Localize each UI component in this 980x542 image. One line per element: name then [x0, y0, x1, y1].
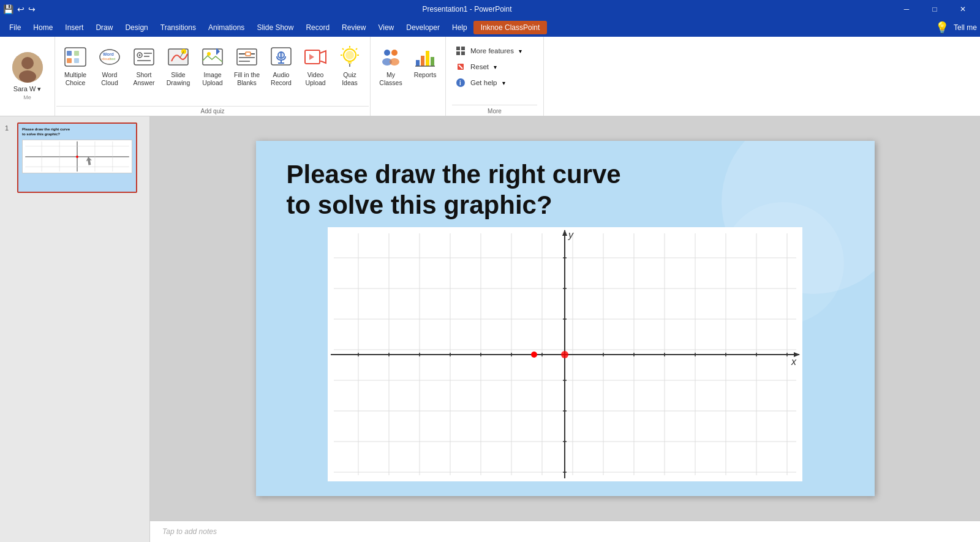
svg-marker-38 [309, 54, 314, 60]
get-help-chevron: ▾ [502, 80, 505, 86]
menu-draw[interactable]: Draw [89, 21, 119, 34]
svg-text:Word: Word [103, 52, 114, 56]
short-answer-icon [132, 45, 156, 69]
short-answer-btn[interactable]: ShortAnswer [127, 42, 160, 89]
user-section[interactable]: Sara W ▾ Me [0, 37, 55, 116]
svg-text:text: text [110, 57, 116, 61]
svg-rect-12 [134, 49, 154, 65]
avatar [12, 52, 43, 83]
reset-icon [454, 61, 467, 73]
menu-developer[interactable]: Developer [400, 21, 446, 34]
audio-record-btn[interactable]: AudioRecord [265, 42, 298, 89]
svg-text:cloud: cloud [102, 57, 110, 61]
slide-thumb-title: Please draw the right curveto solve this… [22, 127, 70, 137]
close-btn[interactable]: ✕ [949, 0, 977, 19]
menu-design[interactable]: Design [119, 21, 154, 34]
svg-text:x: x [791, 356, 797, 367]
reset-btn[interactable]: Reset ▾ [452, 59, 537, 75]
slide-title-line2: to solve this graphic? [287, 190, 552, 219]
svg-line-44 [342, 48, 344, 50]
reports-btn[interactable]: Reports [409, 42, 442, 81]
svg-marker-37 [320, 51, 326, 63]
slide-drawing-btn[interactable]: SlideDrawing [162, 42, 195, 89]
slide-area: Please draw the right curve to solve thi… [150, 116, 980, 521]
more-features-chevron: ▾ [519, 48, 522, 55]
quiz-buttons: MultipleChoice Word cloud text WordCloud [56, 40, 369, 106]
svg-point-121 [531, 352, 537, 358]
graph-wrapper: y x [256, 227, 875, 481]
quick-access-toolbar: 💾 ↩ ↪ [3, 4, 36, 14]
menu-bar: File Home Insert Draw Design Transitions… [0, 18, 980, 37]
multiple-choice-btn[interactable]: MultipleChoice [59, 42, 92, 89]
image-upload-icon [200, 45, 225, 69]
main-slide[interactable]: Please draw the right curve to solve thi… [256, 141, 875, 496]
menu-slideshow[interactable]: Slide Show [251, 21, 300, 34]
svg-point-48 [384, 50, 390, 56]
main-canvas: Please draw the right curve to solve thi… [150, 116, 980, 542]
svg-rect-4 [67, 51, 72, 56]
menu-transitions[interactable]: Transitions [154, 21, 202, 34]
my-classes-btn[interactable]: MyClasses [374, 42, 407, 89]
get-help-btn[interactable]: i Get help ▾ [452, 75, 537, 91]
image-upload-btn[interactable]: ImageUpload [196, 42, 229, 89]
word-cloud-btn[interactable]: Word cloud text WordCloud [93, 42, 126, 89]
fill-blanks-btn[interactable]: Fill in theBlanks [230, 42, 263, 89]
slide-panel: 1 Please draw the right curveto solve th… [0, 116, 150, 542]
more-section: More features ▾ Reset ▾ i Get help ▾ [446, 37, 544, 116]
menu-help[interactable]: Help [446, 21, 473, 34]
window-controls: ─ □ ✕ [892, 0, 977, 19]
save-icon[interactable]: 💾 [3, 4, 13, 14]
add-quiz-group-label: Add quiz [56, 106, 369, 116]
classes-reports-group: MyClasses Reports - [371, 37, 446, 116]
more-features-btn[interactable]: More features ▾ [452, 43, 537, 59]
svg-rect-46 [348, 61, 352, 64]
add-quiz-group: MultipleChoice Word cloud text WordCloud [55, 37, 371, 116]
menu-view[interactable]: View [372, 21, 400, 34]
graph-container: y x [328, 227, 802, 481]
undo-icon[interactable]: ↩ [17, 4, 24, 14]
ribbon: Sara W ▾ Me MultipleChoice [0, 37, 980, 116]
svg-rect-3 [65, 48, 86, 66]
redo-icon[interactable]: ↪ [28, 4, 36, 14]
user-name-label[interactable]: Sara W ▾ [13, 85, 42, 93]
my-classes-icon [379, 45, 403, 69]
menu-file[interactable]: File [3, 21, 27, 34]
svg-rect-33 [280, 51, 282, 59]
minimize-btn[interactable]: ─ [892, 0, 921, 19]
svg-rect-7 [74, 58, 79, 63]
svg-point-122 [561, 351, 568, 358]
slide-1-container: 1 Please draw the right curveto solve th… [5, 122, 145, 193]
svg-line-42 [356, 48, 357, 50]
multiple-choice-label: MultipleChoice [64, 71, 86, 86]
svg-point-40 [345, 51, 354, 59]
menu-record[interactable]: Record [300, 21, 336, 34]
maximize-btn[interactable]: □ [921, 0, 949, 19]
slide-drawing-icon [166, 45, 190, 69]
my-classes-label: MyClasses [379, 71, 402, 86]
slide-drawing-label: SlideDrawing [167, 71, 190, 86]
notes-bar[interactable]: Tap to add notes [150, 521, 980, 542]
menu-insert[interactable]: Insert [59, 21, 89, 34]
menu-classpoint[interactable]: Inknoe ClassPoint [473, 21, 548, 34]
menu-animations[interactable]: Animations [202, 21, 251, 34]
slide-title-line1: Please draw the right curve [287, 160, 621, 189]
svg-text:y: y [568, 230, 574, 240]
classes-reports-buttons: MyClasses Reports [372, 40, 444, 106]
slide-thumbnail-1[interactable]: Please draw the right curveto solve this… [17, 122, 137, 193]
svg-point-51 [390, 58, 399, 66]
svg-point-1 [21, 57, 34, 69]
menu-home[interactable]: Home [27, 21, 59, 34]
notes-placeholder: Tap to add notes [162, 527, 217, 536]
menu-review[interactable]: Review [336, 21, 372, 34]
word-cloud-label: WordCloud [101, 71, 118, 86]
svg-rect-6 [74, 51, 79, 56]
svg-rect-56 [461, 51, 465, 55]
lightbulb-icon: 💡 [935, 21, 949, 34]
me-label: Me [23, 94, 31, 100]
reset-label: Reset [470, 63, 489, 70]
quiz-ideas-btn[interactable]: QuizIdeas [333, 42, 366, 89]
video-upload-btn[interactable]: VideoUpload [299, 42, 332, 89]
svg-point-49 [391, 50, 398, 56]
tell-me-label[interactable]: Tell me [954, 23, 977, 32]
svg-rect-5 [67, 58, 72, 63]
